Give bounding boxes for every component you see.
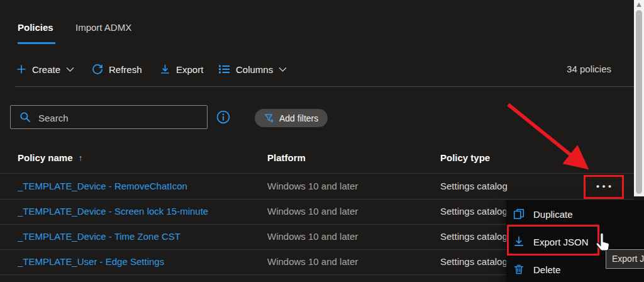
refresh-button[interactable]: Refresh [92,62,142,76]
platform-value: Windows 10 and later [267,199,358,223]
trash-icon [513,263,525,276]
info-icon[interactable] [216,110,231,125]
add-filters-button[interactable]: Add filters [255,109,328,127]
policy-count: 34 policies [563,64,611,74]
policy-type-value: Settings catalog [440,249,508,274]
policy-type-value: Settings catalog [440,174,508,198]
search-icon [19,111,31,123]
policy-link[interactable]: _TEMPLATE_User - Edge Settings [18,249,164,274]
chevron-down-icon [279,67,287,72]
table-row: _TEMPLATE_Device - RemoveChatIcon Window… [0,174,634,200]
tab-policies[interactable]: Policies [18,22,53,33]
platform-value: Windows 10 and later [267,249,358,274]
policy-name-header-label: Policy name [18,152,73,163]
policy-type-value: Settings catalog [440,224,508,249]
annotation-box-export-json [507,225,599,256]
platform-value: Windows 10 and later [267,174,358,198]
menu-item-duplicate[interactable]: Duplicate [506,200,644,228]
add-filters-label: Add filters [279,113,318,123]
hand-cursor-icon [595,233,612,252]
menu-item-label: Duplicate [533,209,573,220]
chevron-down-icon [66,67,74,72]
sort-ascending-icon: ↑ [79,153,83,163]
plus-icon [16,64,26,74]
columns-button[interactable]: Columns [218,62,287,76]
filter-add-icon [264,113,274,123]
search-box[interactable] [10,105,208,129]
tab-import-admx[interactable]: Import ADMX [75,22,131,33]
columns-icon [218,64,230,74]
menu-item-label: Delete [533,264,560,275]
column-header-policy-type[interactable]: Policy type [440,152,490,163]
toolbar-divider [15,86,634,87]
columns-button-label: Columns [236,64,273,75]
refresh-icon [92,64,103,75]
annotation-box-ellipsis [584,175,624,199]
export-button[interactable]: Export [160,62,203,76]
vertical-scrollbar[interactable] [634,0,644,196]
platform-value: Windows 10 and later [267,224,358,249]
export-button-label: Export [176,64,203,75]
search-input[interactable] [37,106,204,130]
policies-page: Policies Import ADMX Create Refresh Expo… [0,0,644,282]
scrollbar-thumb[interactable] [636,10,642,194]
annotation-arrow [503,99,597,176]
column-header-platform[interactable]: Platform [267,152,306,163]
scroll-up-icon[interactable] [636,3,641,7]
create-button-label: Create [32,64,60,75]
policy-link[interactable]: _TEMPLATE_Device - RemoveChatIcon [18,174,187,198]
download-icon [160,64,170,75]
copy-icon [513,208,525,220]
policy-type-value: Settings catalog [440,199,508,223]
create-button[interactable]: Create [16,62,74,76]
refresh-button-label: Refresh [109,64,142,75]
column-header-policy-name[interactable]: Policy name ↑ [18,152,83,163]
policy-link[interactable]: _TEMPLATE_Device - Time Zone CST [18,224,180,249]
policy-link[interactable]: _TEMPLATE_Device - Screen lock 15-minute [18,199,208,223]
active-tab-underline [18,42,55,44]
